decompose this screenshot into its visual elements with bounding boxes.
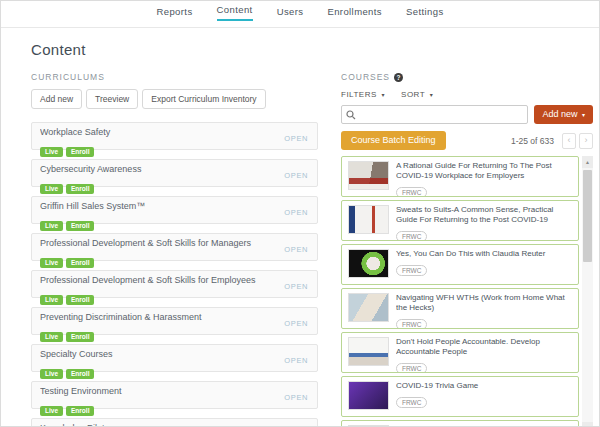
main-content: CURRICULUMS Add new Treeview Export Curr… (1, 72, 599, 427)
open-link[interactable]: OPEN (284, 245, 308, 254)
course-tag: FRWC (396, 187, 427, 197)
live-badge[interactable]: Live (40, 258, 63, 268)
nav-tab-settings[interactable]: Settings (406, 6, 444, 21)
course-card[interactable]: Navigating WFH WTHs (Work from Home What… (341, 288, 579, 329)
course-thumbnail (348, 205, 389, 234)
page-title: Content (31, 41, 599, 58)
course-card[interactable]: Yes, You Can Do This with Claudia Reuter… (341, 244, 579, 285)
live-badge[interactable]: Live (40, 332, 63, 342)
help-icon[interactable]: ? (394, 73, 403, 82)
export-curriculum-inventory-button[interactable]: Export Curriculum Inventory (142, 89, 265, 109)
nav-tab-content[interactable]: Content (217, 4, 253, 21)
open-link[interactable]: OPEN (284, 356, 308, 365)
chevron-down-icon: ▾ (582, 112, 585, 118)
pagination-prev-button[interactable]: ‹ (562, 133, 576, 149)
scroll-down-icon[interactable]: ▼ (582, 422, 593, 427)
nav-tab-reports[interactable]: Reports (156, 6, 192, 21)
curriculum-title: Cybersecurity Awareness (40, 164, 309, 174)
top-navigation: Reports Content Users Enrollments Settin… (1, 1, 599, 28)
course-thumbnail (348, 381, 389, 410)
add-new-course-button[interactable]: Add new ▾ (534, 105, 593, 124)
treeview-button[interactable]: Treeview (86, 89, 138, 109)
course-search-input[interactable] (359, 107, 523, 122)
course-title: Yes, You Can Do This with Claudia Reuter (396, 249, 572, 259)
curriculum-card: Preventing Discrimination & Harassment L… (31, 307, 318, 335)
open-link[interactable]: OPEN (284, 393, 308, 402)
curriculum-title: Knowledge Pilot (40, 423, 309, 427)
course-title: COVID-19 Trivia Game (396, 381, 572, 391)
course-tag: FRWC (396, 363, 427, 373)
curriculum-title: Testing Environment (40, 386, 309, 396)
enroll-badge[interactable]: Enroll (66, 221, 94, 231)
course-title: Don't Hold People Accountable. Develop A… (396, 337, 572, 357)
curriculum-card: Testing Environment LiveEnroll OPEN (31, 381, 318, 409)
curriculum-title: Specialty Courses (40, 349, 309, 359)
chevron-down-icon: ▾ (382, 92, 386, 98)
scroll-up-icon[interactable]: ▲ (582, 156, 593, 168)
filters-row: FILTERS ▾ SORT ▾ (341, 90, 593, 99)
course-list: A Rational Guide For Returning To The Po… (341, 156, 593, 427)
add-new-curriculum-button[interactable]: Add new (31, 89, 82, 109)
open-link[interactable]: OPEN (284, 319, 308, 328)
chevron-down-icon: ▾ (430, 92, 434, 98)
courses-section-label: COURSES (341, 72, 390, 82)
course-tag: FRWC (396, 231, 427, 241)
courses-panel: COURSES ? FILTERS ▾ SORT ▾ Add new ▾ Cou… (341, 72, 593, 427)
enroll-badge[interactable]: Enroll (66, 258, 94, 268)
course-batch-editing-button[interactable]: Course Batch Editing (341, 131, 446, 150)
scrollbar[interactable]: ▲ ▼ (582, 156, 593, 427)
curriculum-title: Professional Development & Soft Skills f… (40, 238, 309, 248)
pagination-next-button[interactable]: › (579, 133, 593, 149)
open-link[interactable]: OPEN (284, 282, 308, 291)
live-badge[interactable]: Live (40, 184, 63, 194)
curriculum-card: Professional Development & Soft Skills f… (31, 233, 318, 261)
sort-dropdown[interactable]: SORT ▾ (401, 90, 433, 99)
course-thumbnail (348, 337, 389, 366)
nav-tab-enrollments[interactable]: Enrollments (327, 6, 382, 21)
curriculum-title: Griffin Hill Sales System™ (40, 201, 309, 211)
curriculum-title: Workplace Safety (40, 127, 309, 137)
curriculum-card: Workplace Safety LiveEnroll OPEN (31, 122, 318, 150)
course-title: A Rational Guide For Returning To The Po… (396, 161, 572, 181)
live-badge[interactable]: Live (40, 406, 63, 416)
enroll-badge[interactable]: Enroll (66, 332, 94, 342)
scrollbar-thumb[interactable] (583, 170, 592, 262)
curriculum-card: Specialty Courses LiveEnroll OPEN (31, 344, 318, 372)
course-card[interactable]: Sweats to Suits-A Common Sense, Practica… (341, 200, 579, 241)
enroll-badge[interactable]: Enroll (66, 147, 94, 157)
course-title: Navigating WFH WTHs (Work from Home What… (396, 293, 572, 313)
curriculum-card: Professional Development & Soft Skills f… (31, 270, 318, 298)
course-card[interactable]: A Rational Guide For Returning To The Po… (341, 156, 579, 197)
course-thumbnail (348, 293, 389, 322)
course-tag: FRWC (396, 397, 427, 408)
course-thumbnail (348, 249, 389, 278)
course-card[interactable]: A New Reality with Anna LiottaFRWC (341, 420, 579, 427)
curriculums-section-label: CURRICULUMS (31, 72, 318, 82)
enroll-badge[interactable]: Enroll (66, 369, 94, 379)
open-link[interactable]: OPEN (284, 134, 308, 143)
curriculums-panel: CURRICULUMS Add new Treeview Export Curr… (31, 72, 318, 427)
open-link[interactable]: OPEN (284, 208, 308, 217)
course-card[interactable]: COVID-19 Trivia GameFRWC (341, 376, 579, 417)
live-badge[interactable]: Live (40, 147, 63, 157)
search-icon (346, 110, 356, 120)
pagination-range: 1-25 of 633 (511, 136, 554, 146)
enroll-badge[interactable]: Enroll (66, 406, 94, 416)
course-thumbnail (348, 161, 389, 190)
search-box (341, 105, 528, 124)
live-badge[interactable]: Live (40, 295, 63, 305)
course-card[interactable]: Don't Hold People Accountable. Develop A… (341, 332, 579, 373)
filters-dropdown[interactable]: FILTERS ▾ (341, 90, 385, 99)
curriculum-title: Preventing Discrimination & Harassment (40, 312, 309, 322)
curriculum-card: Cybersecurity Awareness LiveEnroll OPEN (31, 159, 318, 187)
enroll-badge[interactable]: Enroll (66, 295, 94, 305)
enroll-badge[interactable]: Enroll (66, 184, 94, 194)
open-link[interactable]: OPEN (284, 171, 308, 180)
course-tag: FRWC (396, 265, 427, 276)
nav-tab-users[interactable]: Users (277, 6, 304, 21)
live-badge[interactable]: Live (40, 221, 63, 231)
course-title: Sweats to Suits-A Common Sense, Practica… (396, 205, 572, 225)
curriculums-toolbar: Add new Treeview Export Curriculum Inven… (31, 89, 318, 109)
live-badge[interactable]: Live (40, 369, 63, 379)
course-tag: FRWC (396, 319, 427, 329)
